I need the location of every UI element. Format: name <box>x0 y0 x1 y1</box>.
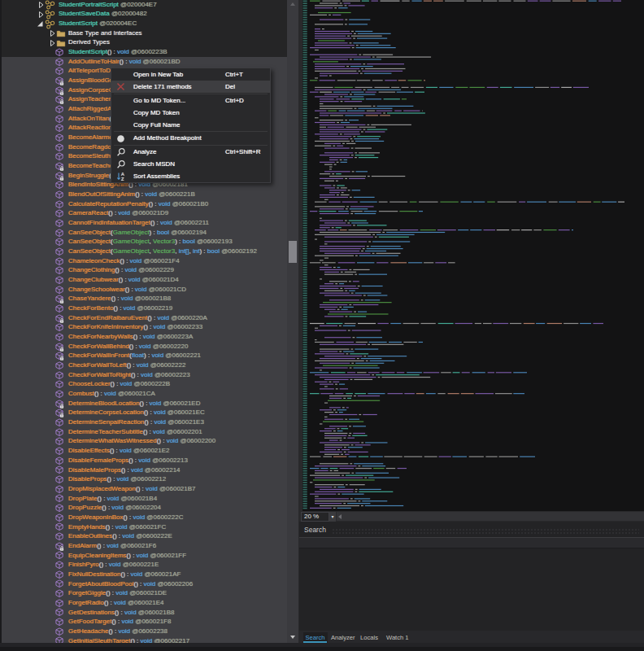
svg-text:Z: Z <box>121 177 124 181</box>
